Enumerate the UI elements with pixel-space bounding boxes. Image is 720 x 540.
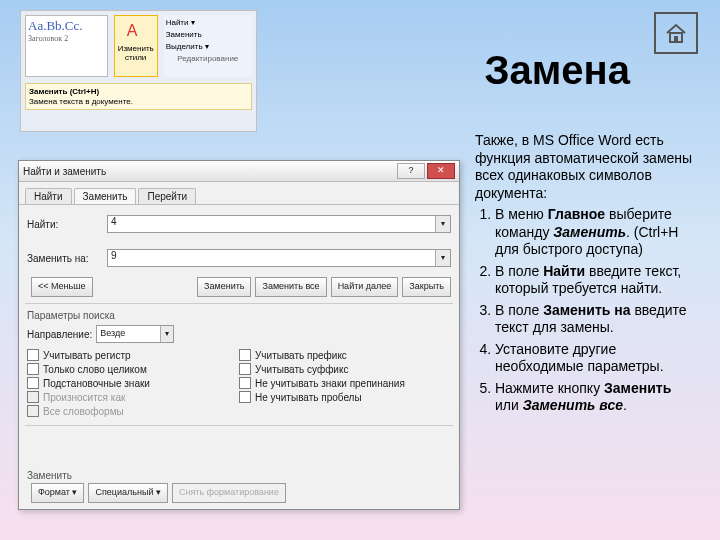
find-label: Найти: xyxy=(27,219,107,230)
opt-suffix[interactable]: Учитывать суффикс xyxy=(239,363,451,375)
close-button[interactable]: ✕ xyxy=(427,163,455,179)
chevron-down-icon[interactable]: ▾ xyxy=(435,216,450,232)
direction-label: Направление: xyxy=(27,329,92,340)
direction-select[interactable]: Везде▾ xyxy=(96,325,174,343)
opt-match-case[interactable]: Учитывать регистр xyxy=(27,349,239,361)
ribbon-screenshot: Aa.Bb.Cc. Заголовок 2 Изменить стили Най… xyxy=(20,10,257,132)
no-format-button: Снять форматирование xyxy=(172,483,286,503)
options-label: Параметры поиска xyxy=(27,310,451,321)
tab-goto[interactable]: Перейти xyxy=(138,188,196,204)
replace-section-label: Заменить xyxy=(27,470,451,481)
style-gallery: Aa.Bb.Cc. Заголовок 2 xyxy=(25,15,108,77)
find-input[interactable]: 4▾ xyxy=(107,215,451,233)
opt-sounds-like: Произносится как xyxy=(27,391,239,403)
special-button[interactable]: Специальный ▾ xyxy=(88,483,167,503)
find-next-button[interactable]: Найти далее xyxy=(331,277,399,297)
step-5: Нажмите кнопку Заменить или Заменить все… xyxy=(495,380,695,415)
less-button[interactable]: << Меньше xyxy=(31,277,93,297)
tabs: Найти Заменить Перейти xyxy=(19,182,459,205)
cancel-button[interactable]: Закрыть xyxy=(402,277,451,297)
step-4: Установите другие необходимые параметры. xyxy=(495,341,695,376)
opt-whole-word[interactable]: Только слово целиком xyxy=(27,363,239,375)
change-styles-button[interactable]: Изменить стили xyxy=(114,15,158,77)
chevron-down-icon[interactable]: ▾ xyxy=(435,250,450,266)
intro: Также, в MS Office Word есть функция авт… xyxy=(475,132,695,202)
page-title: Замена xyxy=(484,48,630,93)
article-text: Также, в MS Office Word есть функция авт… xyxy=(475,132,695,419)
select-menu[interactable]: Выделить ▾ xyxy=(166,41,250,52)
step-2: В поле Найти введите текст, который треб… xyxy=(495,263,695,298)
replace-all-button[interactable]: Заменить все xyxy=(255,277,326,297)
replace-menu[interactable]: Заменить xyxy=(166,29,250,40)
help-button[interactable]: ? xyxy=(397,163,425,179)
find-replace-dialog: Найти и заменить ? ✕ Найти Заменить Пере… xyxy=(18,160,460,510)
replace-button[interactable]: Заменить xyxy=(197,277,251,297)
opt-ignore-space[interactable]: Не учитывать пробелы xyxy=(239,391,451,403)
tooltip: Заменить (Ctrl+H) Замена текста в докуме… xyxy=(25,83,252,110)
replace-label: Заменить на: xyxy=(27,253,107,264)
opt-prefix[interactable]: Учитывать префикс xyxy=(239,349,451,361)
replace-input[interactable]: 9▾ xyxy=(107,249,451,267)
find-menu[interactable]: Найти ▾ xyxy=(166,17,250,28)
step-1: В меню Главное выберите команду Заменить… xyxy=(495,206,695,259)
format-button[interactable]: Формат ▾ xyxy=(31,483,84,503)
opt-word-forms: Все словоформы xyxy=(27,405,239,417)
tab-replace[interactable]: Заменить xyxy=(74,188,137,204)
steps-list: В меню Главное выберите команду Заменить… xyxy=(475,206,695,415)
home-icon[interactable] xyxy=(654,12,698,54)
opt-wildcards[interactable]: Подстановочные знаки xyxy=(27,377,239,389)
step-3: В поле Заменить на введите текст для зам… xyxy=(495,302,695,337)
svg-rect-1 xyxy=(674,36,678,42)
tab-find[interactable]: Найти xyxy=(25,188,72,204)
dialog-title: Найти и заменить xyxy=(23,166,106,177)
editing-group: Найти ▾ Заменить Выделить ▾ Редактирован… xyxy=(164,15,252,77)
opt-ignore-punct[interactable]: Не учитывать знаки препинания xyxy=(239,377,451,389)
